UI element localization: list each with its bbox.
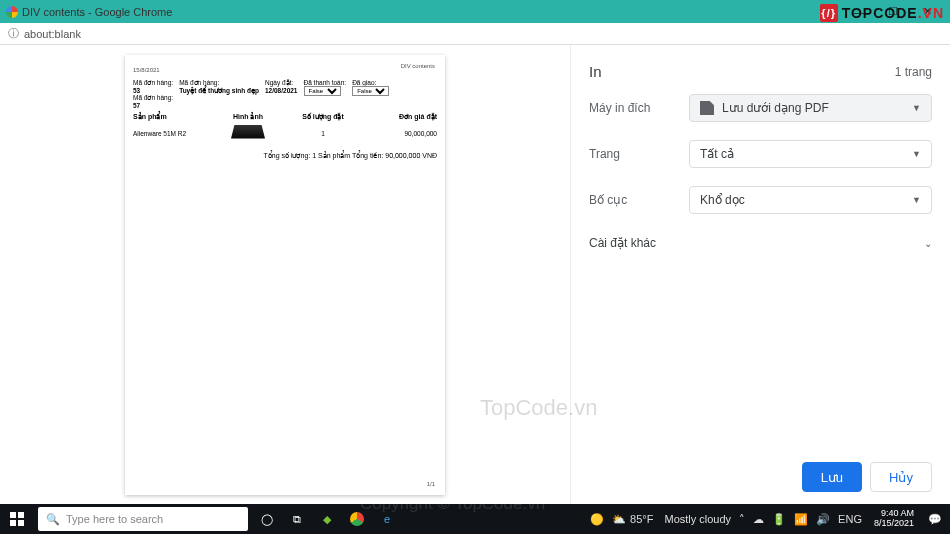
pages-label: Trang: [589, 147, 689, 161]
logo-mark-icon: {/}: [820, 4, 838, 22]
table-row: Alienware 51M R2 1 90,000,000: [133, 125, 437, 142]
svg-rect-2: [10, 520, 16, 526]
chevron-down-icon: ▼: [912, 195, 921, 205]
url-text: about:blank: [24, 28, 81, 40]
wifi-icon[interactable]: 📶: [794, 513, 808, 526]
preview-total: Tổng số lượng: 1 Sản phẩm Tổng tiền: 90,…: [133, 152, 437, 160]
taskbar-search[interactable]: 🔍 Type here to search: [38, 507, 248, 531]
layout-label: Bố cục: [589, 193, 689, 207]
chevron-down-icon: ▼: [912, 103, 921, 113]
laptop-image-icon: [231, 125, 265, 141]
taskbar-clock[interactable]: 9:40 AM8/15/2021: [868, 509, 920, 529]
window-title: DIV contents - Google Chrome: [22, 6, 172, 18]
destination-label: Máy in đích: [589, 101, 689, 115]
action-center-icon[interactable]: 💬: [920, 504, 950, 534]
battery-icon[interactable]: 🔋: [772, 513, 786, 526]
print-preview-area: 15/8/2021 DIV contents Mã đơn hàng:53Mã …: [0, 45, 570, 504]
cortana-icon[interactable]: ◯: [252, 504, 282, 534]
search-icon: 🔍: [46, 513, 60, 526]
print-title: In: [589, 63, 602, 80]
save-button[interactable]: Lưu: [802, 462, 862, 492]
edge-taskbar-icon[interactable]: e: [372, 504, 402, 534]
sound-icon[interactable]: 🔊: [816, 513, 830, 526]
onedrive-icon[interactable]: ☁: [753, 513, 764, 526]
news-icon[interactable]: 🟡: [590, 513, 604, 526]
preview-page-number: 1/1: [427, 481, 435, 487]
svg-rect-0: [10, 512, 16, 518]
svg-rect-3: [18, 520, 24, 526]
preview-header-title: DIV contents: [401, 63, 435, 69]
chrome-taskbar-icon[interactable]: [342, 504, 372, 534]
app-icon[interactable]: ◆: [312, 504, 342, 534]
print-settings-panel: In 1 trang Máy in đích Lưu dưới dạng PDF…: [570, 45, 950, 504]
more-settings-toggle[interactable]: Cài đặt khác⌄: [589, 236, 932, 250]
weather-widget[interactable]: ⛅85°F Mostly cloudy: [612, 513, 731, 526]
destination-dropdown[interactable]: Lưu dưới dạng PDF▼: [689, 94, 932, 122]
paid-select[interactable]: False: [304, 86, 341, 96]
svg-rect-1: [18, 512, 24, 518]
cancel-button[interactable]: Hủy: [870, 462, 932, 492]
chevron-down-icon: ⌄: [924, 238, 932, 249]
topcode-logo: {/} TOPCODE.VN: [820, 2, 944, 24]
layout-dropdown[interactable]: Khổ dọc▼: [689, 186, 932, 214]
taskview-icon[interactable]: ⧉: [282, 504, 312, 534]
site-info-icon[interactable]: ⓘ: [8, 26, 19, 41]
page-count: 1 trang: [895, 65, 932, 79]
window-titlebar: DIV contents - Google Chrome — ☐ ✕: [0, 0, 950, 23]
preview-header-date: 15/8/2021: [133, 67, 437, 73]
windows-taskbar: 🔍 Type here to search ◯ ⧉ ◆ e 🟡 ⛅85°F Mo…: [0, 504, 950, 534]
address-bar[interactable]: ⓘ about:blank: [0, 23, 950, 45]
tray-chevron-up-icon[interactable]: ˄: [739, 513, 745, 526]
lang-indicator[interactable]: ENG: [838, 513, 862, 525]
chevron-down-icon: ▼: [912, 149, 921, 159]
preview-page[interactable]: 15/8/2021 DIV contents Mã đơn hàng:53Mã …: [125, 55, 445, 495]
chrome-favicon: [6, 6, 18, 18]
pdf-file-icon: [700, 101, 714, 115]
delivered-select[interactable]: False: [352, 86, 389, 96]
pages-dropdown[interactable]: Tất cả▼: [689, 140, 932, 168]
start-button[interactable]: [0, 504, 34, 534]
